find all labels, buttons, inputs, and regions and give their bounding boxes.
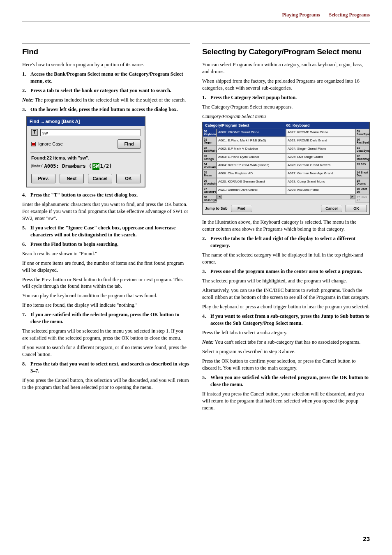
tab-left-8[interactable]: 08 Bass/Syn <box>203 194 217 203</box>
prog-cell[interactable]: A027: German New Age Grand <box>286 170 355 178</box>
r-p4c: Press the OK button to confirm your sele… <box>202 358 370 372</box>
tab-right-7[interactable]: 16 User 16 <box>355 186 369 194</box>
page-number: 23 <box>363 535 370 543</box>
p7: The selected program will be selected in… <box>22 328 190 342</box>
r-step-5: When you are satisfied with the selected… <box>210 374 370 388</box>
r-step-2: Press the tabs to the left and right of … <box>210 235 370 249</box>
prog-cell[interactable]: A024: Singer Grand Piano <box>286 145 355 153</box>
prog-cell[interactable]: A029: Acoustic Piano <box>286 186 355 194</box>
cancel-button[interactable]: Cancel <box>88 174 112 183</box>
ignore-case-checkbox[interactable] <box>31 142 36 146</box>
tab-right-3[interactable]: 12 MotionSy <box>355 153 369 162</box>
step-3: On the lower left side, press the Find b… <box>30 106 190 113</box>
cat-title-left: Category/Program Select <box>205 123 249 128</box>
tab-left-0[interactable]: 00 Keyboard <box>203 129 217 137</box>
scroll-ribbon[interactable]: ◄ ► <box>217 194 355 199</box>
find-intro: Here's how to search for a program by a … <box>22 61 190 68</box>
r-p3c: Play the keyboard or press a chord trigg… <box>202 303 370 310</box>
found-result: [find#1] A005: Drawbars (SW1/2) <box>31 163 141 170</box>
prog-cell[interactable]: A006: Clav Register AD <box>217 170 286 178</box>
ok-button[interactable]: OK <box>116 174 141 183</box>
r-p2: In the illustration above, the Keyboard … <box>202 219 370 233</box>
find-dialog-title: Find ... among [Bank A] <box>27 117 145 126</box>
tab-right-5[interactable]: 14 Short Dec <box>355 170 369 178</box>
text-entry-button[interactable]: T <box>31 129 38 136</box>
cat-caption: Category/Program Select menu <box>202 113 370 120</box>
search-input[interactable]: sw <box>40 129 141 136</box>
prog-cell[interactable]: A001: E.Piano Mark I R&B (Kn3) <box>217 137 286 145</box>
find-dialog: Find ... among [Bank A] T sw Ignore Case… <box>26 116 145 187</box>
r-p4b: Select a program as described in step 3 … <box>202 348 370 355</box>
runhead-left: Playing Programs <box>282 12 320 18</box>
p6e: If no items are found, the display will … <box>22 302 190 309</box>
prog-cell[interactable]: A002: E.P Mark V Distotion <box>217 145 286 153</box>
ignore-case-label: Ignore Case <box>38 141 63 147</box>
r-step-4: If you want to select from a sub-categor… <box>210 313 370 327</box>
r-p3: The selected program will be highlighted… <box>202 278 370 284</box>
r-note4: Note: You can't select tabs for a sub-ca… <box>202 339 370 346</box>
tab-right-1[interactable]: 10 FastSynt <box>355 137 369 145</box>
tab-left-3[interactable]: 03 Strings <box>203 153 217 162</box>
tab-right-2[interactable]: 11 LeadSynt <box>355 145 369 153</box>
step-1: Access the Bank/Program Select menu or t… <box>30 71 190 85</box>
step-4: Press the "T" button to access the text … <box>30 192 190 199</box>
prog-cell[interactable]: A028: Comp Grand Mono <box>286 178 355 186</box>
prog-cell[interactable]: A000: KROME Grand Piano <box>217 129 286 137</box>
runhead-right: Selecting Programs <box>329 12 370 18</box>
tab-right-8: 17 User 17 <box>355 194 369 203</box>
prog-cell[interactable]: A020: KORNOS German Grand <box>217 178 286 186</box>
tab-left-7[interactable]: 07 Guitar/Pl <box>203 186 217 194</box>
next-button[interactable]: Next <box>60 174 84 183</box>
cat-find-button[interactable]: Find <box>231 205 252 212</box>
r-p5: If instead you press the Cancel button, … <box>202 391 370 412</box>
find-button[interactable]: Find <box>118 139 141 149</box>
p6b: If one or more items are found, the numb… <box>22 260 190 274</box>
r-p1: The Category/Program Select menu appears… <box>202 104 370 111</box>
running-header: Playing Programs Selecting Programs <box>22 12 370 21</box>
p6: Search results are shown in "Found." <box>22 250 190 257</box>
tab-left-4[interactable]: 04 Vocal/Air <box>203 162 217 170</box>
tab-right-6[interactable]: 15 Drums <box>355 178 369 186</box>
step-6: Press the Find button to begin searching… <box>30 241 190 248</box>
step-5: If you select the "Ignore Case" check bo… <box>30 224 190 238</box>
prog-cell[interactable]: A003: E.Piano Dyno Chorus <box>217 153 286 162</box>
r-p2b: The name of the selected category will b… <box>202 252 370 266</box>
prog-cell[interactable]: A021: German Dark Grand <box>217 186 286 194</box>
p6c: Press the Prev. button or Next button to… <box>22 276 190 290</box>
prog-cell[interactable]: A026: German Grand Reverb <box>286 162 355 170</box>
cat-title-right: 00: Keyboard <box>286 123 310 128</box>
step-7: If you are satisfied with the selected p… <box>30 311 190 325</box>
p7b: If you want to search for a different pr… <box>22 344 190 358</box>
scroll-right-icon[interactable]: ► <box>350 195 355 199</box>
tab-left-5[interactable]: 05 Brass <box>203 170 217 178</box>
jump-to-sub-label[interactable]: Jump to Sub <box>205 206 228 211</box>
r-intro2: When shipped from the factory, the prelo… <box>202 78 370 92</box>
step-8: Press the tab that you want to select ne… <box>30 361 190 375</box>
tab-left-6[interactable]: 06 Woodwind <box>203 178 217 186</box>
prog-cell[interactable]: A022: KROME Warm Piano <box>286 129 355 137</box>
r-p3b: Alternatively, you can use the INC/DEC b… <box>202 287 370 301</box>
find-heading: Find <box>22 44 190 57</box>
cat-cancel-button[interactable]: Cancel <box>321 205 342 212</box>
category-dialog: Category/Program Select 00: Keyboard 00 … <box>202 122 370 215</box>
prog-cell[interactable]: A025: Live Stage Grand <box>286 153 355 162</box>
r-p4: Press the left tabs to select a sub-cate… <box>202 329 370 336</box>
right-column: Selecting by Category/Program Select men… <box>202 44 370 414</box>
step-2: Press a tab to select the bank or catego… <box>30 87 190 94</box>
p4: Enter the alphanumeric characters that y… <box>22 201 190 222</box>
prev-button[interactable]: Prev. <box>31 174 55 183</box>
p6d: You can play the keyboard to audition th… <box>22 292 190 299</box>
scroll-left-icon[interactable]: ◄ <box>217 195 222 199</box>
cat-ok-button[interactable]: OK <box>346 205 367 212</box>
r-step-1: Press the Category Select popup button. <box>210 94 370 101</box>
prog-cell[interactable]: A023: KROME Dark Grand <box>286 137 355 145</box>
found-summary: Found:22 items, with "sw". <box>31 155 141 161</box>
tab-right-0[interactable]: 09 SlowSynt <box>355 129 369 137</box>
r-intro: You can select Programs from within a ca… <box>202 61 370 75</box>
tab-left-2[interactable]: 02 Bell/Malle <box>203 145 217 153</box>
tab-left-1[interactable]: 01 Organ <box>203 137 217 145</box>
selecting-heading: Selecting by Category/Program Select men… <box>202 44 370 57</box>
tab-right-4[interactable]: 13 SFX <box>355 162 369 170</box>
prog-cell[interactable]: A004: Reed EP 200A Wah (Knob3) <box>217 162 286 170</box>
p8: If you press the Cancel button, this sel… <box>22 377 190 391</box>
